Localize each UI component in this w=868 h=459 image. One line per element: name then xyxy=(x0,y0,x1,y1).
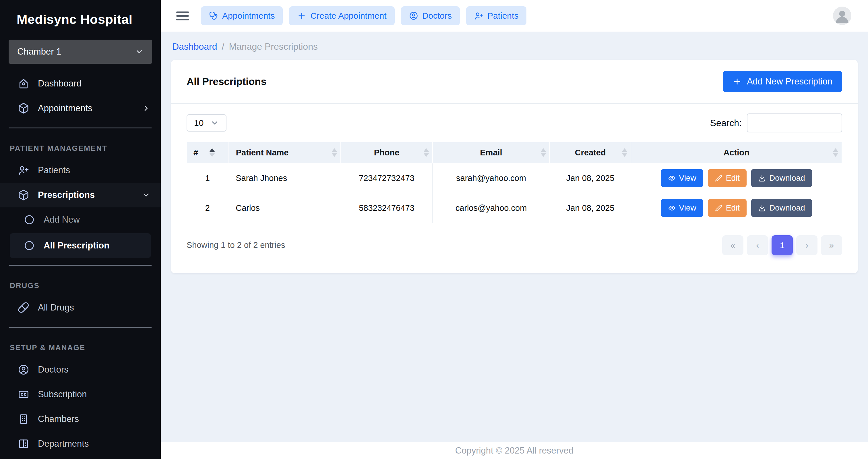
pencil-icon xyxy=(715,204,722,212)
download-button[interactable]: Download xyxy=(751,169,812,187)
sidebar-subitem-add-new[interactable]: Add New xyxy=(0,207,161,232)
search-label: Search: xyxy=(710,118,742,128)
section-label-patient-management: PATIENT MANAGEMENT xyxy=(0,135,161,158)
app-title: Medisync Hospital xyxy=(0,10,161,27)
column-header-phone[interactable]: Phone xyxy=(341,142,432,163)
topbar-nav: Appointments Create Appointment Doctors … xyxy=(201,6,526,25)
sidebar-item-subscription[interactable]: Subscription xyxy=(0,382,161,407)
add-button-label: Add New Prescription xyxy=(747,77,832,87)
cell-created: Jan 08, 2025 xyxy=(550,193,631,223)
sidebar-item-departments[interactable]: Departments xyxy=(0,431,161,456)
edit-button[interactable]: Edit xyxy=(708,169,747,187)
sidebar-item-label: Doctors xyxy=(38,365,69,375)
sidebar-item-label: Dashboard xyxy=(38,79,82,89)
sidebar-item-label: All Drugs xyxy=(38,303,74,313)
chamber-select[interactable]: Chamber 1 xyxy=(9,40,152,64)
captions-icon xyxy=(18,389,29,400)
section-label-drugs: DRUGS xyxy=(0,272,161,295)
sidebar-subitem-label: Add New xyxy=(43,214,80,225)
column-header-action[interactable]: Action xyxy=(631,142,842,163)
search-area: Search: xyxy=(710,113,842,133)
sidebar-item-chambers[interactable]: Chambers xyxy=(0,407,161,431)
table-controls: 10 Search: xyxy=(171,104,858,134)
sidebar-subitem-all-prescription[interactable]: All Prescription xyxy=(10,233,151,258)
building-icon xyxy=(18,413,29,425)
sidebar-item-label: Chambers xyxy=(38,414,79,424)
pencil-icon xyxy=(715,174,722,182)
view-button[interactable]: View xyxy=(661,169,703,187)
pagination-last-button[interactable]: » xyxy=(821,235,842,255)
column-header-num[interactable]: # xyxy=(187,142,228,163)
sidebar-item-dashboard[interactable]: Dashboard xyxy=(0,71,161,96)
sidebar-item-label: Prescriptions xyxy=(38,190,95,200)
user-plus-icon xyxy=(18,165,29,176)
pagination-next-button[interactable]: › xyxy=(796,235,817,255)
nav-button-label: Patients xyxy=(487,11,518,21)
sidebar-item-label: Patients xyxy=(38,165,70,175)
user-avatar[interactable] xyxy=(833,7,851,25)
stethoscope-icon xyxy=(209,11,218,20)
chevron-down-icon xyxy=(135,48,144,56)
search-input[interactable] xyxy=(747,113,842,133)
sidebar-divider xyxy=(9,327,152,328)
nav-appointments-button[interactable]: Appointments xyxy=(201,6,283,25)
cell-num: 1 xyxy=(187,163,228,193)
breadcrumb: Dashboard / Manage Prescriptions xyxy=(172,41,858,52)
nav-button-label: Create Appointment xyxy=(310,11,386,21)
avatar-placeholder-icon xyxy=(833,7,851,25)
circle-icon xyxy=(24,240,35,251)
pagination-first-button[interactable]: « xyxy=(722,235,743,255)
eye-icon xyxy=(668,174,676,182)
main-content: Dashboard / Manage Prescriptions All Pre… xyxy=(161,32,868,442)
column-header-patient-name[interactable]: Patient Name xyxy=(228,142,341,163)
cell-actions: View Edit Download xyxy=(631,163,842,193)
sort-icon xyxy=(541,148,546,157)
page-footer: Copyright © 2025 All reserved xyxy=(161,442,868,459)
cell-actions: View Edit Download xyxy=(631,193,842,223)
sidebar-item-all-drugs[interactable]: All Drugs xyxy=(0,295,161,320)
table-row: 2 Carlos 583232476473 carlos@yahoo.com J… xyxy=(187,193,842,223)
panels-icon xyxy=(18,438,29,450)
prescriptions-table: # Patient Name Phone Email Created Actio… xyxy=(187,142,842,223)
sidebar-item-prescriptions[interactable]: Prescriptions xyxy=(0,183,161,207)
sidebar-item-label: Departments xyxy=(38,439,89,449)
download-button[interactable]: Download xyxy=(751,199,812,217)
breadcrumb-separator: / xyxy=(222,41,224,52)
nav-patients-button[interactable]: Patients xyxy=(466,6,526,25)
column-header-created[interactable]: Created xyxy=(550,142,631,163)
table-row: 1 Sarah Jhones 723472732473 sarah@yahoo.… xyxy=(187,163,842,193)
app-root: Medisync Hospital Chamber 1 Dashboard Ap… xyxy=(0,0,868,459)
sidebar-item-label: Appointments xyxy=(38,103,92,113)
breadcrumb-dashboard-link[interactable]: Dashboard xyxy=(172,41,217,52)
main-column: Appointments Create Appointment Doctors … xyxy=(161,0,868,459)
pill-icon xyxy=(18,302,29,313)
chamber-select-value: Chamber 1 xyxy=(17,47,61,57)
pagination-page-1-button[interactable]: 1 xyxy=(772,235,793,255)
page-title: All Prescriptions xyxy=(187,76,267,87)
sidebar-item-patients[interactable]: Patients xyxy=(0,158,161,183)
home-icon xyxy=(18,78,29,89)
card-header: All Prescriptions Add New Prescription xyxy=(171,60,858,104)
sidebar-item-doctors[interactable]: Doctors xyxy=(0,357,161,382)
breadcrumb-current: Manage Prescriptions xyxy=(229,41,317,52)
edit-button[interactable]: Edit xyxy=(708,199,747,217)
pagination: « ‹ 1 › » xyxy=(722,235,842,255)
page-size-select[interactable]: 10 xyxy=(187,114,226,132)
add-new-prescription-button[interactable]: Add New Prescription xyxy=(723,71,842,92)
plus-icon xyxy=(733,77,742,86)
cell-phone: 723472732473 xyxy=(341,163,432,193)
nav-create-appointment-button[interactable]: Create Appointment xyxy=(289,6,394,25)
pagination-prev-button[interactable]: ‹ xyxy=(747,235,768,255)
hamburger-menu-icon[interactable] xyxy=(176,11,189,20)
nav-doctors-button[interactable]: Doctors xyxy=(401,6,460,25)
prescriptions-card: All Prescriptions Add New Prescription 1… xyxy=(171,60,858,273)
user-circle-icon xyxy=(18,364,29,375)
view-button[interactable]: View xyxy=(661,199,703,217)
sidebar-item-label: Subscription xyxy=(38,389,87,400)
table-footer: Showing 1 to 2 of 2 entries « ‹ 1 › » xyxy=(171,223,858,273)
section-label-setup-manage: SETUP & MANAGE xyxy=(0,335,161,357)
sort-icon xyxy=(424,148,429,157)
column-header-email[interactable]: Email xyxy=(433,142,550,163)
sidebar-item-appointments[interactable]: Appointments xyxy=(0,96,161,121)
sidebar: Medisync Hospital Chamber 1 Dashboard Ap… xyxy=(0,0,161,459)
